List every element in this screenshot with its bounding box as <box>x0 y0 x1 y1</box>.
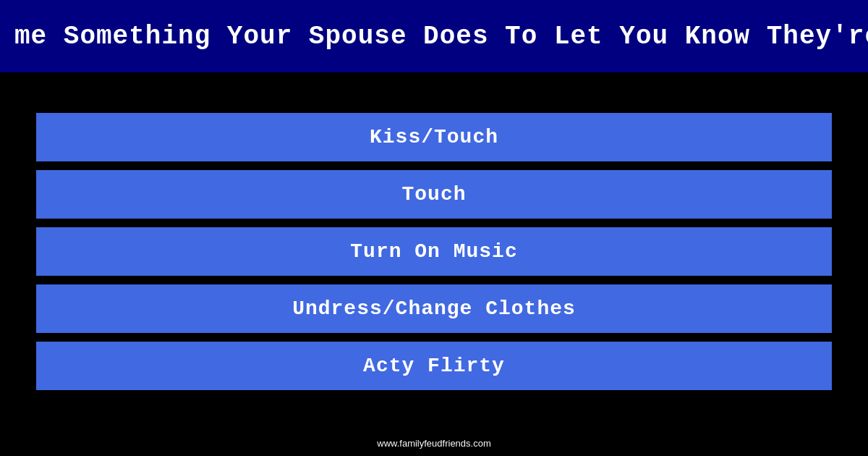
header-bar: me Something Your Spouse Does To Let You… <box>0 0 868 72</box>
answer-label-3: Turn On Music <box>350 240 517 263</box>
answer-label-5: Acty Flirty <box>363 355 505 377</box>
answer-label-2: Touch <box>401 183 466 206</box>
footer: www.familyfeudfriends.com <box>0 431 868 456</box>
answer-row-5[interactable]: Acty Flirty <box>36 342 832 390</box>
answer-label-1: Kiss/Touch <box>370 126 498 148</box>
answer-row-3[interactable]: Turn On Music <box>36 227 832 276</box>
answers-container: Kiss/TouchTouchTurn On MusicUndress/Chan… <box>0 72 868 431</box>
answer-row-2[interactable]: Touch <box>36 170 832 219</box>
answer-label-4: Undress/Change Clothes <box>292 297 576 320</box>
answer-row-4[interactable]: Undress/Change Clothes <box>36 284 832 333</box>
footer-url: www.familyfeudfriends.com <box>377 438 491 449</box>
answer-row-1[interactable]: Kiss/Touch <box>36 113 832 161</box>
question-text: me Something Your Spouse Does To Let You… <box>14 22 868 51</box>
